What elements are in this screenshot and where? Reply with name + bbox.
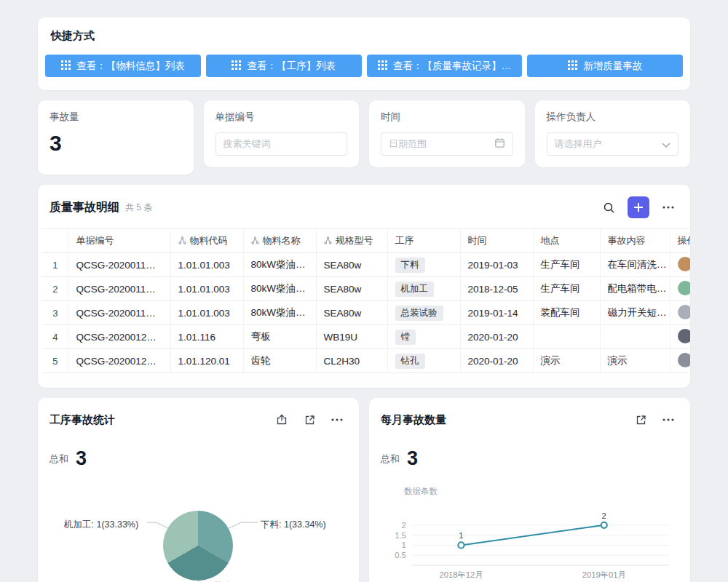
dashboard-page: 快捷方式 查看：【物料信息】列表 查看：【工序】列表 查看：【质量事故记录】… … — [0, 0, 728, 582]
cell-material-code: 1.01.01.003 — [170, 253, 243, 277]
svg-text:2018年12月: 2018年12月 — [439, 570, 483, 579]
shortcuts-title: 快捷方式 — [51, 29, 683, 43]
cell-operator — [670, 325, 690, 349]
column-label: 时间 — [468, 235, 487, 246]
cell-material-name: 齿轮 — [243, 349, 316, 373]
search-icon — [603, 202, 615, 214]
cell-content: 配电箱带电… — [600, 277, 670, 301]
search-button[interactable] — [598, 197, 619, 218]
col-time[interactable]: 时间 — [460, 229, 533, 253]
monthly-accident-chart-card: 每月事故数量 总和 3 数据条数 0.511.5212018年12月22019年… — [369, 398, 690, 582]
line-chart[interactable]: 0.511.5212018年12月22019年01月 — [381, 498, 678, 582]
pie-label-xialiao: 下料: 1(33.34%) — [261, 519, 326, 531]
cell-place — [533, 325, 600, 349]
col-process[interactable]: 工序 — [387, 229, 460, 253]
accident-count-value: 3 — [50, 131, 182, 156]
pie-total-row: 总和 3 — [50, 449, 347, 469]
operator-filter-label: 操作负责人 — [547, 111, 679, 124]
cell-material-name: 80kW柴油… — [243, 277, 316, 301]
cell-process: 总装试验 — [387, 301, 460, 325]
open-in-new-icon — [304, 415, 315, 426]
avatar — [678, 281, 691, 295]
cell-row-number: 2 — [42, 277, 68, 301]
cell-content: 演示 — [600, 349, 670, 373]
table-row[interactable]: 4QCSG-2020012…1.01.116弯板WB19U镗2020-01-20 — [42, 325, 690, 349]
cell-content: 在车间清洗… — [600, 253, 670, 277]
pie-more-button[interactable] — [327, 410, 347, 430]
line-chart-title: 每月事故数量 — [381, 413, 446, 427]
table-more-button[interactable] — [658, 197, 678, 218]
cell-place: 生产车间 — [533, 253, 600, 277]
cell-material-name: 80kW柴油… — [243, 253, 316, 277]
relation-icon — [324, 236, 332, 247]
line-total-label: 总和 — [381, 453, 400, 469]
cell-process: 机加工 — [387, 277, 460, 301]
shortcuts-card: 快捷方式 查看：【物料信息】列表 查看：【工序】列表 查看：【质量事故记录】… … — [38, 17, 690, 90]
table-row[interactable]: 3QCSG-2020011…1.01.01.00380kW柴油…SEA80w总装… — [42, 301, 690, 325]
shortcut-button-add-accident[interactable]: 新增质量事故 — [527, 55, 683, 77]
col-place[interactable]: 地点 — [533, 229, 600, 253]
column-label: 事故内容 — [608, 235, 646, 246]
svg-text:2: 2 — [402, 521, 406, 530]
column-label: 操作负责人 — [678, 235, 691, 246]
line-more-button[interactable] — [658, 410, 678, 430]
col-operator[interactable]: 操作负责人 — [670, 229, 690, 253]
doc-no-search-input[interactable]: 搜索关键词 — [215, 132, 348, 156]
cell-operator — [670, 277, 690, 301]
export-button[interactable] — [272, 410, 292, 430]
table-row[interactable]: 2QCSG-2020011…1.01.01.00380kW柴油…SEA80w机加… — [42, 277, 690, 301]
grid-icon — [232, 60, 241, 72]
open-chart-button[interactable] — [630, 410, 651, 430]
line-total-value: 3 — [407, 449, 418, 469]
shortcut-buttons: 查看：【物料信息】列表 查看：【工序】列表 查看：【质量事故记录】… 新增质量事… — [45, 55, 683, 77]
col-spec[interactable]: 规格型号 — [316, 229, 387, 253]
cell-place: 演示 — [533, 349, 600, 373]
relation-icon — [251, 236, 259, 247]
pie-card-actions — [272, 410, 347, 430]
col-doc-no[interactable]: 单据编号 — [68, 229, 170, 253]
table-body: 1QCSG-2020011…1.01.01.00380kW柴油…SEA80w下料… — [42, 253, 690, 373]
doc-no-filter-card: 单据编号 搜索关键词 — [204, 100, 360, 167]
cell-material-code: 1.01.01.003 — [170, 277, 243, 301]
table-scroll-area[interactable]: 单据编号 物料代码 物料名称 规格型号 工序 时间 地点 事故内容 操作负责人 … — [42, 228, 690, 373]
cell-material-code: 1.01.116 — [170, 325, 243, 349]
accident-count-card: 事故量 3 — [38, 100, 194, 175]
add-record-button[interactable] — [628, 196, 649, 218]
table-row[interactable]: 1QCSG-2020011…1.01.01.00380kW柴油…SEA80w下料… — [42, 253, 690, 277]
more-icon — [662, 418, 674, 421]
cell-doc-no: QCSG-2020011… — [68, 277, 170, 301]
cell-doc-no: QCSG-2020012… — [68, 325, 170, 349]
cell-doc-no: QCSG-2020011… — [68, 301, 170, 325]
operator-select[interactable]: 请选择用户 — [547, 132, 679, 156]
cell-operator — [670, 253, 690, 277]
process-tag: 下料 — [395, 258, 425, 273]
process-tag: 机加工 — [395, 282, 435, 297]
shortcut-button-material-list[interactable]: 查看：【物料信息】列表 — [45, 55, 201, 77]
cell-row-number: 1 — [42, 253, 68, 277]
line-chart-y-label: 数据条数 — [381, 486, 678, 497]
pie-chart-area: 机加工: 1(33.33%) 下料: 1(33.34%) 总装试验: 1(33.… — [50, 479, 347, 582]
cell-spec: WB19U — [316, 325, 387, 349]
svg-text:1: 1 — [402, 541, 406, 549]
column-label: 工序 — [395, 235, 414, 246]
svg-text:2019年01月: 2019年01月 — [582, 570, 626, 579]
table-row[interactable]: 5QCSG-2020012…1.01.120.01齿轮CL2H30钻孔2020-… — [42, 349, 690, 373]
cell-doc-no: QCSG-2020011… — [68, 253, 170, 277]
shortcut-button-label: 查看：【质量事故记录】… — [393, 60, 511, 73]
cell-material-name: 弯板 — [243, 325, 316, 349]
doc-no-placeholder: 搜索关键词 — [223, 137, 271, 151]
open-chart-button[interactable] — [299, 410, 320, 430]
avatar — [678, 353, 691, 367]
col-material-code[interactable]: 物料代码 — [170, 229, 243, 253]
line-card-header: 每月事故数量 — [381, 410, 678, 430]
shortcut-button-accident-record-list[interactable]: 查看：【质量事故记录】… — [367, 55, 523, 77]
col-content[interactable]: 事故内容 — [600, 229, 670, 253]
more-icon — [662, 206, 674, 209]
row-number-header — [42, 229, 68, 253]
col-material-name[interactable]: 物料名称 — [243, 229, 316, 253]
date-range-input[interactable]: 日期范围 — [381, 132, 513, 156]
shortcut-button-process-list[interactable]: 查看：【工序】列表 — [206, 55, 362, 77]
cell-time: 2018-12-05 — [460, 277, 533, 301]
cell-process: 钻孔 — [387, 349, 460, 373]
pie-chart[interactable] — [163, 511, 233, 581]
